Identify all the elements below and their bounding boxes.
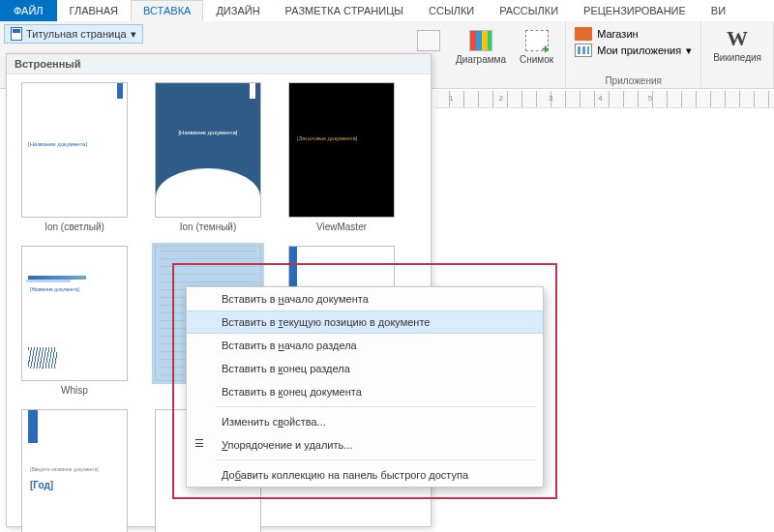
myapps-icon [575, 44, 592, 57]
store-icon [575, 27, 592, 41]
gallery-item[interactable]: [Название документа]Whisp [15, 246, 134, 396]
gallery-thumb-label: Ion (светлый) [45, 222, 104, 232]
cover-page-label: Титульная страница [26, 28, 127, 40]
horizontal-ruler: 12345 [435, 91, 774, 108]
ribbon-tabstrip: ФАЙЛ ГЛАВНАЯВСТАВКАДИЗАЙНРАЗМЕТКА СТРАНИ… [0, 0, 774, 21]
annotation-rectangle [172, 263, 557, 499]
ribbon-group-apps: Магазин Мои приложения ▾ Приложения [566, 21, 701, 88]
tab-ссылки[interactable]: ССЫЛКИ [416, 0, 487, 21]
gallery-thumb[interactable]: [Заголовок документа] [288, 82, 395, 218]
gallery-item[interactable]: [Заголовок документа]ViewMaster [282, 82, 402, 232]
tab-вставка[interactable]: ВСТАВКА [131, 0, 203, 21]
screenshot-button[interactable]: Снимок [514, 25, 559, 67]
cover-page-icon [11, 27, 22, 41]
store-button[interactable]: Магазин [575, 27, 638, 41]
chevron-down-icon: ▾ [131, 28, 136, 41]
gallery-thumb[interactable]: [Название документа] [155, 82, 261, 218]
chart-button[interactable]: Диаграмма [450, 25, 512, 67]
tab-рассылки[interactable]: РАССЫЛКИ [487, 0, 571, 21]
tab-дизайн[interactable]: ДИЗАЙН [203, 0, 272, 21]
tab-разметка страницы[interactable]: РАЗМЕТКА СТРАНИЦЫ [273, 0, 416, 21]
tab-ви[interactable]: ВИ [699, 0, 738, 21]
chevron-down-icon: ▾ [686, 44, 692, 57]
tab-рецензирование[interactable]: РЕЦЕНЗИРОВАНИЕ [571, 0, 699, 21]
gallery-item[interactable]: [Введите название документа][Год] [15, 409, 134, 532]
screenshot-icon [525, 30, 549, 51]
apps-group-label: Приложения [605, 75, 662, 86]
cover-page-button[interactable]: Титульная страница ▾ [4, 24, 143, 44]
chart-icon [469, 30, 492, 51]
smartart-icon [417, 30, 440, 51]
ribbon-group-wiki: W Википедия [701, 21, 774, 88]
gallery-thumb-label: Ion (темный) [180, 222, 237, 232]
gallery-section-header: Встроенный [7, 54, 431, 74]
myapps-button[interactable]: Мои приложения ▾ [575, 44, 692, 57]
gallery-thumb-label: ViewMaster [316, 222, 367, 232]
wikipedia-button[interactable]: W Википедия [707, 23, 767, 65]
gallery-thumb-label: Whisp [61, 385, 88, 396]
gallery-item[interactable]: [Название документа]Ion (темный) [148, 82, 268, 232]
gallery-thumb[interactable]: [Название документа] [21, 246, 128, 381]
gallery-thumb[interactable]: [Введите название документа][Год] [21, 409, 128, 532]
gallery-item[interactable]: [Название документа]Ion (светлый) [15, 82, 134, 232]
tab-file[interactable]: ФАЙЛ [0, 0, 57, 21]
wikipedia-icon: W [724, 25, 751, 52]
tab-главная[interactable]: ГЛАВНАЯ [57, 0, 131, 21]
gallery-thumb[interactable]: [Название документа] [21, 82, 128, 218]
